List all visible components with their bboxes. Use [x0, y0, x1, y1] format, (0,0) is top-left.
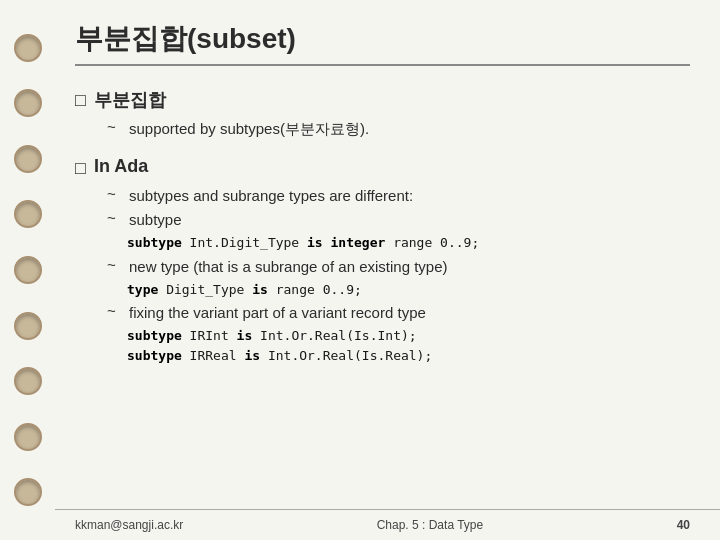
code-line-4: subtype IRReal is Int.Or.Real(Is.Real); [127, 346, 690, 366]
spiral-hole [14, 200, 42, 228]
main-bullet-text-2: In Ada [94, 156, 148, 177]
sub-bullet-text-2-1: subtypes and subrange types are differen… [129, 185, 413, 206]
section-2: □ In Ada ~ subtypes and subrange types a… [75, 156, 690, 368]
bullet-icon-1: □ [75, 90, 86, 111]
spiral-hole [14, 478, 42, 506]
sub-bullet-2-1: ~ subtypes and subrange types are differ… [107, 185, 690, 206]
spiral-hole [14, 145, 42, 173]
tilde-icon: ~ [107, 185, 121, 202]
sub-bullet-2-3: ~ new type (that is a subrange of an exi… [107, 256, 690, 277]
sub-bullet-2-4: ~ fixing the variant part of a variant r… [107, 302, 690, 323]
tilde-icon: ~ [107, 256, 121, 273]
tilde-icon: ~ [107, 118, 121, 135]
slide-container: 부분집합(subset) □ 부분집합 ~ supported by subty… [0, 0, 720, 540]
sub-bullet-2-2: ~ subtype [107, 209, 690, 230]
content-area: 부분집합(subset) □ 부분집합 ~ supported by subty… [55, 0, 720, 509]
sub-bullet-1-1: ~ supported by subtypes(부분자료형). [107, 118, 690, 139]
tilde-icon: ~ [107, 209, 121, 226]
bullet-icon-2: □ [75, 158, 86, 179]
footer-chapter: Chap. 5 : Data Type [377, 518, 484, 532]
footer-page: 40 [677, 518, 690, 532]
spiral-hole [14, 367, 42, 395]
spiral-binding [0, 0, 55, 540]
sub-bullet-text-1-1: supported by subtypes(부분자료형). [129, 118, 369, 139]
code-line-1: subtype Int.Digit_Type is integer range … [127, 233, 690, 253]
spiral-hole [14, 89, 42, 117]
footer-email: kkman@sangji.ac.kr [75, 518, 183, 532]
code-block-2: type Digit_Type is range 0..9; [127, 280, 690, 300]
spiral-hole [14, 256, 42, 284]
sub-bullets-1: ~ supported by subtypes(부분자료형). [107, 118, 690, 139]
main-bullet-2: □ In Ada [75, 156, 690, 179]
sub-bullet-text-2-3: new type (that is a subrange of an exist… [129, 256, 448, 277]
spiral-hole [14, 34, 42, 62]
main-bullet-text-1: 부분집합 [94, 88, 166, 112]
section-1: □ 부분집합 ~ supported by subtypes(부분자료형). [75, 88, 690, 142]
tilde-icon: ~ [107, 302, 121, 319]
main-bullet-1: □ 부분집합 [75, 88, 690, 112]
slide-title: 부분집합(subset) [75, 20, 690, 66]
sub-bullet-text-2-4: fixing the variant part of a variant rec… [129, 302, 426, 323]
sub-bullets-2: ~ subtypes and subrange types are differ… [107, 185, 690, 365]
sub-bullet-text-2-2: subtype [129, 209, 182, 230]
spiral-hole [14, 423, 42, 451]
code-line-2: type Digit_Type is range 0..9; [127, 280, 690, 300]
code-block-1: subtype Int.Digit_Type is integer range … [127, 233, 690, 253]
code-block-3: subtype IRInt is Int.Or.Real(Is.Int); su… [127, 326, 690, 365]
slide-footer: kkman@sangji.ac.kr Chap. 5 : Data Type 4… [55, 509, 720, 540]
spiral-hole [14, 312, 42, 340]
code-line-3: subtype IRInt is Int.Or.Real(Is.Int); [127, 326, 690, 346]
